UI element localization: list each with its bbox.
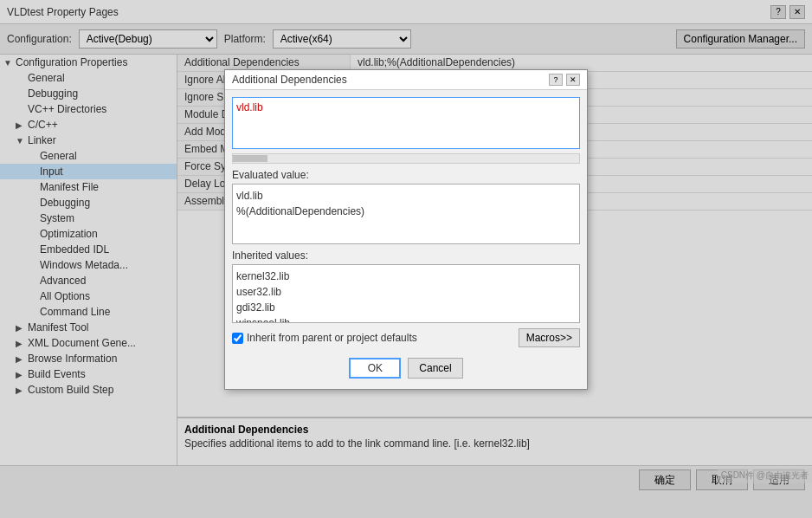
eval-line-1: vld.lib	[236, 188, 576, 204]
modal-dialog: Additional Dependencies ? ✕	[224, 69, 588, 390]
modal-overlay: Additional Dependencies ? ✕	[0, 0, 812, 518]
modal-hscrollbar[interactable]	[232, 153, 580, 164]
modal-inherited-box: kernel32.lib user32.lib gdi32.lib winspo…	[232, 264, 580, 323]
modal-hscrollbar-thumb	[233, 155, 267, 162]
page-wrapper: VLDtest Property Pages ? ✕ Configuration…	[0, 0, 812, 518]
modal-eval-box: vld.lib %(AdditionalDependencies)	[232, 184, 580, 244]
modal-action-row: OK Cancel	[232, 354, 580, 382]
inherited-label: Inherited values:	[232, 249, 580, 262]
modal-body: Evaluated value: vld.lib %(AdditionalDep…	[225, 90, 587, 389]
inherit-checkbox[interactable]	[232, 333, 243, 344]
inherit-checkbox-label[interactable]: Inherit from parent or project defaults	[232, 332, 417, 344]
modal-title: Additional Dependencies	[232, 74, 347, 86]
modal-input[interactable]	[232, 97, 580, 149]
inherited-line-4: winspool.lib	[236, 315, 576, 323]
modal-textarea-wrap	[232, 97, 580, 164]
modal-help-button[interactable]: ?	[549, 74, 563, 86]
modal-title-bar: Additional Dependencies ? ✕	[225, 70, 587, 90]
inherited-line-3: gdi32.lib	[236, 300, 576, 315]
eval-line-2: %(AdditionalDependencies)	[236, 204, 576, 219]
watermark: CSDN件 @自由追光者	[718, 468, 812, 483]
inherited-line-1: kernel32.lib	[236, 269, 576, 284]
modal-cancel-button[interactable]: Cancel	[408, 358, 462, 379]
modal-ok-button[interactable]: OK	[349, 358, 401, 379]
modal-checkbox-row: Inherit from parent or project defaults …	[232, 328, 580, 347]
eval-label: Evaluated value:	[232, 169, 580, 181]
modal-close-button[interactable]: ✕	[566, 74, 580, 86]
inherit-label: Inherit from parent or project defaults	[247, 332, 417, 344]
inherited-line-2: user32.lib	[236, 284, 576, 300]
macros-button[interactable]: Macros>>	[519, 328, 580, 347]
modal-input-area	[232, 97, 580, 164]
modal-controls: ? ✕	[549, 74, 580, 86]
